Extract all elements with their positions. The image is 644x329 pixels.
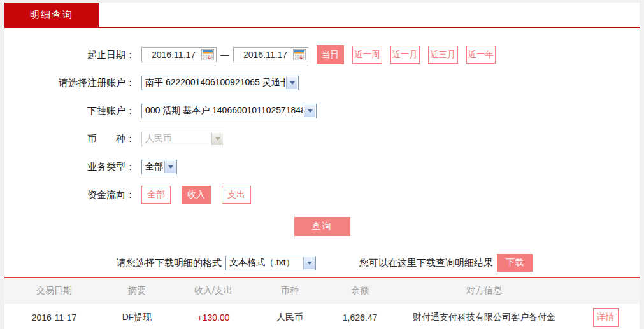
calendar-icon[interactable] (293, 49, 306, 60)
content-panel: 明细查询 起止日期： 2016.11.17 (4, 3, 640, 326)
fund-flow-row: 资金流向： 全部 收入 支出 (4, 187, 640, 202)
download-button[interactable]: 下载 (497, 254, 533, 272)
date-range-row: 起止日期： 2016.11.17 — 2016.11.17 (4, 47, 640, 62)
fund-flow-income-button[interactable]: 收入 (182, 186, 211, 204)
download-format-label: 请您选择下载明细的格式 (117, 257, 222, 269)
calendar-icon[interactable] (201, 49, 214, 60)
quick-range-quarter-button[interactable]: 近三月 (428, 46, 458, 64)
sub-account-value: 000 活期 基本户 1406600101102571848 (142, 104, 303, 118)
fund-flow-all-button[interactable]: 全部 (141, 186, 171, 204)
currency-select: 人民币 (141, 132, 224, 146)
fund-flow-expense-button[interactable]: 支出 (222, 186, 251, 204)
download-hint: 您可以在这里下载查询明细结果 (359, 257, 493, 269)
chevron-down-icon (303, 257, 315, 269)
register-account-label: 请选择注册账户： (4, 77, 135, 89)
chevron-down-icon (211, 133, 223, 145)
sub-account-select[interactable]: 000 活期 基本户 1406600101102571848 (141, 104, 317, 118)
result-table: 交易日期 摘要 收入/支出 币种 余额 对方信息 2016-11-17 DF提现… (4, 277, 640, 329)
currency-label: 币 种： (4, 133, 135, 145)
cell-counterparty: 财付通支付科技有限公司客户备付金 (397, 312, 571, 323)
chevron-down-icon (286, 77, 297, 89)
business-type-select[interactable]: 全部 (141, 160, 177, 174)
detail-button[interactable]: 详情 (593, 308, 619, 327)
start-date-value: 2016.11.17 (146, 50, 201, 60)
chevron-down-icon (304, 105, 315, 117)
start-date-input[interactable]: 2016.11.17 (141, 47, 217, 62)
header-summary: 摘要 (104, 285, 170, 297)
cell-trade-date: 2016-11-17 (4, 312, 104, 323)
business-type-value: 全部 (142, 160, 164, 174)
quick-range-year-button[interactable]: 近一年 (466, 46, 496, 64)
download-format-select[interactable]: 文本格式（.txt） (225, 256, 316, 270)
quick-range-today-button[interactable]: 当日 (317, 45, 344, 64)
download-row: 请您选择下载明细的格式 文本格式（.txt） 您可以在这里下载查询明细结果 下载 (117, 255, 640, 271)
query-form: 起止日期： 2016.11.17 — 2016.11.17 (4, 28, 640, 271)
download-format-value: 文本格式（.txt） (226, 256, 303, 270)
cell-currency: 人民币 (257, 312, 323, 323)
cell-summary: DF提现 (104, 312, 170, 323)
sub-account-row: 下挂账户： 000 活期 基本户 1406600101102571848 (4, 103, 640, 118)
cell-amount: +130.00 (170, 312, 257, 323)
header-trade-date: 交易日期 (4, 285, 104, 297)
date-range-separator: — (220, 50, 229, 60)
header-counterparty: 对方信息 (397, 285, 571, 297)
tab-detail-query[interactable]: 明细查询 (4, 3, 99, 27)
currency-value: 人民币 (142, 132, 211, 146)
sub-account-label: 下挂账户： (4, 105, 135, 117)
end-date-value: 2016.11.17 (238, 50, 293, 60)
register-account-row: 请选择注册账户： 南平 6222001406100921065 灵通卡 (4, 75, 640, 90)
chevron-down-icon (164, 161, 176, 173)
query-button[interactable]: 查询 (294, 217, 350, 236)
fund-flow-label: 资金流向： (4, 189, 135, 201)
table-header-row: 交易日期 摘要 收入/支出 币种 余额 对方信息 (4, 278, 640, 304)
date-range-label: 起止日期： (4, 49, 135, 61)
tab-bar: 明细查询 (4, 3, 640, 28)
currency-row: 币 种： 人民币 (4, 131, 640, 146)
cell-balance: 1,626.47 (323, 312, 397, 323)
business-type-row: 业务类型： 全部 (4, 159, 640, 174)
register-account-value: 南平 6222001406100921065 灵通卡 (142, 76, 285, 90)
quick-range-week-button[interactable]: 近一周 (352, 46, 382, 64)
query-button-row: 查询 (4, 217, 640, 236)
header-currency: 币种 (257, 285, 323, 297)
quick-range-month-button[interactable]: 近一月 (390, 46, 420, 64)
header-income-expense: 收入/支出 (170, 285, 257, 297)
header-balance: 余额 (323, 285, 397, 297)
table-row: 2016-11-17 DF提现 +130.00 人民币 1,626.47 财付通… (4, 304, 640, 329)
business-type-label: 业务类型： (4, 161, 135, 173)
register-account-select[interactable]: 南平 6222001406100921065 灵通卡 (141, 76, 299, 90)
end-date-input[interactable]: 2016.11.17 (233, 47, 308, 62)
